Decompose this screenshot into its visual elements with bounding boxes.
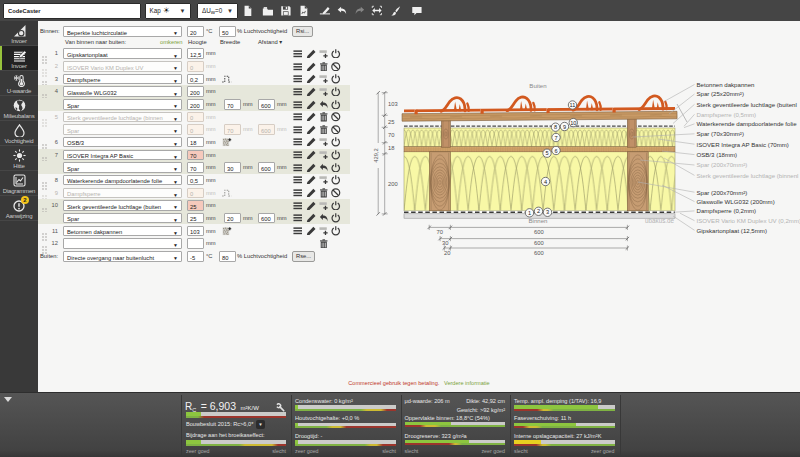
sidebar-item-diagrammen[interactable]: Diagrammen [0,171,38,196]
edit-icon[interactable] [306,201,316,211]
law-dropdown-button[interactable]: ▼ [256,420,265,429]
power-icon[interactable] [331,49,341,59]
project-name-input[interactable] [3,3,141,19]
material-select[interactable]: ▼ [63,238,182,249]
sidebar-item-invoer[interactable]: M0,0Invoer [0,46,38,71]
sidebar-item-hitte[interactable]: Hitte [0,146,38,171]
edit-icon[interactable] [306,112,316,122]
stipple-icon[interactable] [222,226,232,236]
distance-input[interactable]: 600 [258,99,275,110]
thickness-input[interactable]: 12,5 [187,48,204,59]
power-icon[interactable] [331,137,341,147]
material-select[interactable]: ISOVER Integra AP Basic▼ [63,150,182,161]
swap-icon[interactable] [319,163,329,173]
edit-icon[interactable] [306,213,316,223]
thickness-input[interactable]: 200 [187,99,204,110]
fit-view-icon[interactable] [371,5,382,16]
comment-icon[interactable] [411,5,422,16]
insert-icon[interactable] [319,137,329,147]
ban-icon[interactable] [331,62,341,72]
insert-icon[interactable] [319,87,329,97]
trash-icon[interactable] [319,62,329,72]
collapse-panel-button[interactable] [4,397,12,402]
open-folder-icon[interactable] [262,5,273,16]
menu-icon[interactable] [293,175,303,185]
power-icon[interactable] [331,74,341,84]
menu-icon[interactable] [293,201,303,211]
material-select[interactable]: Dampfsperre▼ [63,74,182,85]
du-correction-select[interactable]: ΔUw=0 ▼ [197,3,238,19]
edit-icon[interactable] [306,49,316,59]
menu-icon[interactable] [293,62,303,72]
outside-humidity-input[interactable]: 80 [219,251,236,262]
trash-icon[interactable] [319,188,329,198]
edit-icon[interactable] [306,188,316,198]
trash-icon[interactable] [319,239,329,249]
reverse-link[interactable]: omkeren [160,39,183,45]
profile-icon[interactable] [222,74,232,84]
wrench-icon[interactable] [276,398,286,408]
thickness-input[interactable]: 25 [187,200,204,211]
insert-icon[interactable] [319,74,329,84]
rsi-button[interactable]: Rsi... [292,26,313,37]
thickness-input[interactable]: 18 [187,137,204,148]
outside-condition-select[interactable]: Directe overgang naar buitenlucht▼ [63,251,182,262]
thickness-input[interactable]: 200 [187,86,204,97]
undo-icon[interactable] [336,5,347,16]
thickness-input[interactable]: 0 [187,188,204,199]
menu-icon[interactable] [293,74,303,84]
edit-icon[interactable] [306,163,316,173]
sidebar-item-milieubalans[interactable]: Milieubalans [0,96,38,121]
insert-icon[interactable] [319,226,329,236]
menu-icon[interactable] [293,226,303,236]
insert-icon[interactable] [319,49,329,59]
menu-icon[interactable] [293,188,303,198]
thickness-input[interactable]: 0 [187,112,204,123]
power-icon[interactable] [331,213,341,223]
menu-icon[interactable] [293,137,303,147]
menu-icon[interactable] [293,213,303,223]
inside-condition-select[interactable]: Beperkte luchtcirculatie▼ [63,26,182,37]
rse-button[interactable]: Rse... [292,251,315,262]
profile-icon[interactable] [222,188,232,198]
sidebar-item-vochtigheid[interactable]: Vochtigheid [0,121,38,146]
width-input[interactable]: 20 [224,213,241,224]
trash-icon[interactable] [319,125,329,135]
power-icon[interactable] [331,150,341,160]
menu-icon[interactable] [293,49,303,59]
stipple-icon[interactable] [222,137,232,147]
width-input[interactable]: 70 [224,124,241,135]
insert-icon[interactable] [319,150,329,160]
distance-input[interactable]: 600 [258,213,275,224]
thickness-input[interactable]: 0,5 [187,175,204,186]
insert-icon[interactable] [319,201,329,211]
inside-temperature-input[interactable]: 20 [187,26,204,37]
outside-temperature-input[interactable]: -5 [187,251,204,262]
thickness-input[interactable] [187,238,204,249]
edit-icon[interactable] [306,125,316,135]
width-input[interactable]: 30 [224,162,241,173]
power-icon[interactable] [331,175,341,185]
edit-icon[interactable] [306,87,316,97]
ban-icon[interactable] [331,188,341,198]
sidebar-item-u-waarde[interactable]: U-waarde [0,71,38,96]
edit-icon[interactable] [306,150,316,160]
width-input[interactable]: 70 [224,99,241,110]
material-select[interactable]: Sterk geventileerde luchtlage (binnen▼ [63,112,182,123]
menu-icon[interactable] [293,100,303,110]
power-icon[interactable] [331,201,341,211]
inside-humidity-input[interactable]: 50 [219,26,236,37]
thickness-input[interactable]: 0 [187,124,204,135]
edit-icon[interactable] [306,74,316,84]
menu-icon[interactable] [293,163,303,173]
sidebar-item-aanwijzing[interactable]: Aanwijzing2 [0,196,38,221]
edit-icon[interactable] [306,175,316,185]
power-icon[interactable] [331,100,341,110]
power-icon[interactable] [331,226,341,236]
material-select[interactable]: Sterk geventileerde luchtlage (buiten▼ [63,200,182,211]
insert-icon[interactable] [319,175,329,185]
menu-icon[interactable] [293,87,303,97]
menu-icon[interactable] [293,112,303,122]
edit-icon[interactable] [306,100,316,110]
edit-icon[interactable] [306,62,316,72]
